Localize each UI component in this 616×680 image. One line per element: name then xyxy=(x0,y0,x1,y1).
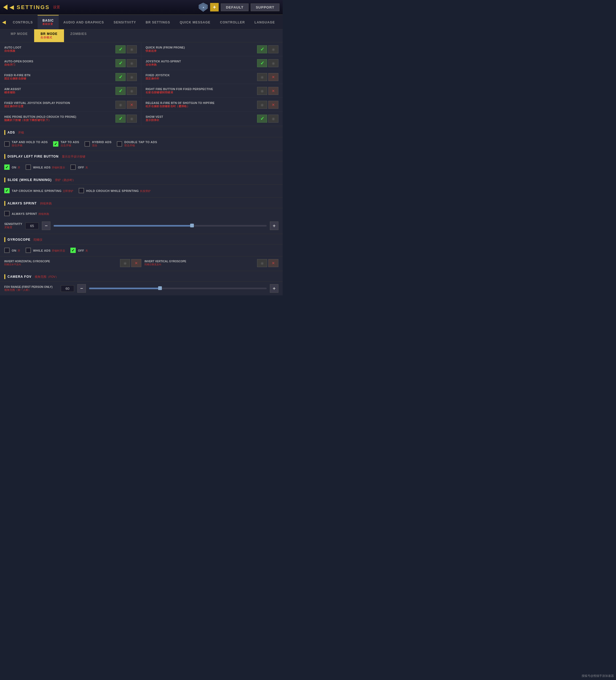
ads-double[interactable]: DOUBLE TAP TO ADS 双击开镜 xyxy=(117,140,157,147)
ads-tap-hold-checkbox[interactable] xyxy=(4,141,9,147)
tab-br[interactable]: BR SETTINGS xyxy=(141,17,175,27)
subtab-br[interactable]: BR MODE 生存模式 xyxy=(34,29,64,42)
invert-h-x[interactable]: ✕ xyxy=(131,259,141,267)
tab-lega[interactable]: LEGA xyxy=(280,17,283,27)
plus-button[interactable]: + xyxy=(210,3,219,11)
always-sprint-option[interactable]: ALWAYS SPRINT 持续奔跑 xyxy=(4,211,49,216)
aim-assist-check[interactable]: ✓ xyxy=(115,87,125,95)
fire-section-bar xyxy=(4,154,5,159)
right-fire-x[interactable]: ✕ xyxy=(268,87,278,95)
fov-minus[interactable]: − xyxy=(77,284,86,293)
tab-language[interactable]: LANGUAGE xyxy=(250,17,280,27)
joystick-sprint-check[interactable]: ✓ xyxy=(257,59,267,67)
invert-v-check[interactable]: ◉ xyxy=(257,259,267,267)
subtab-mp[interactable]: MP MODE xyxy=(4,29,34,42)
sensitivity-fill xyxy=(54,225,192,227)
invert-vertical: INVERT VERTICAL GYROSCOPE 陀螺仪垂直反向 ◉ ✕ xyxy=(141,259,278,267)
slide-tap[interactable]: TAP CROUCH WHILE SPRINTING 立即滑铲 xyxy=(4,188,73,193)
joystick-sprint-x[interactable]: ◉ xyxy=(268,59,278,67)
fire-on-checkbox[interactable] xyxy=(4,165,9,170)
ads-tap-hold[interactable]: TAP AND HOLD TO ADS 按住开镜 xyxy=(4,140,48,147)
sensitivity-thumb[interactable] xyxy=(190,224,194,227)
fixed-rfire-x[interactable]: ◉ xyxy=(127,73,137,81)
tab-controls[interactable]: CONTROLS xyxy=(8,17,37,27)
fixed-rfire-check[interactable]: ✓ xyxy=(115,73,125,81)
fixed-joystick-check[interactable]: ◉ xyxy=(257,73,267,81)
fire-options: ON 开 WHILE ADS 开镜时显示 OFF 关 xyxy=(0,161,283,173)
show-vest-x[interactable]: ◉ xyxy=(268,115,278,123)
default-button[interactable]: DEFAULT xyxy=(221,3,249,11)
settings-grid: AUTO LOOT 自动拣服 ✓ ◉ QUICK RUN (FROM PRONE… xyxy=(0,42,283,125)
header: ◀ SETTINGS 设置 ⬥ + DEFAULT SUPPORT xyxy=(0,0,283,15)
support-button[interactable]: SUPPORT xyxy=(251,3,279,11)
always-sprint-bar xyxy=(4,201,5,206)
always-sprint-row: ALWAYS SPRINT 持续奔跑 xyxy=(0,208,283,219)
auto-doors-check[interactable]: ✓ xyxy=(115,59,125,67)
slide-options: TAP CROUCH WHILE SPRINTING 立即滑铲 HOLD CRO… xyxy=(0,185,283,196)
setting-release-rfire: RELEASE R-FIRE BTN OF SHOTGUN TO HIPFIRE… xyxy=(141,98,283,112)
hide-prone-x[interactable]: ◉ xyxy=(127,115,137,123)
gyro-off-checkbox[interactable] xyxy=(71,248,76,253)
fire-on[interactable]: ON 开 xyxy=(4,165,20,170)
fire-while-ads-checkbox[interactable] xyxy=(26,165,31,170)
always-sprint-checkbox[interactable] xyxy=(4,211,9,216)
release-rfire-check[interactable]: ◉ xyxy=(257,101,267,109)
gyro-while-ads-checkbox[interactable] xyxy=(26,248,31,253)
always-sprint-header: ALWAYS SPRINT 持续奔跑 xyxy=(0,198,283,208)
sensitivity-slider[interactable] xyxy=(54,225,267,227)
tab-audio[interactable]: AUDIO AND GRAPHICS xyxy=(59,17,109,27)
back-arrow-icon xyxy=(3,4,7,10)
aim-assist-x[interactable]: ◉ xyxy=(127,87,137,95)
slide-tap-checkbox[interactable] xyxy=(4,188,9,193)
quick-run-check[interactable]: ✓ xyxy=(257,45,267,53)
tab-controller[interactable]: CONTROLLER xyxy=(215,17,250,27)
ads-tap-checkbox[interactable] xyxy=(53,141,58,147)
auto-loot-x[interactable]: ◉ xyxy=(127,45,137,53)
slide-hold[interactable]: HOLD CROUCH WHILE SPRINTING 长按滑铲 xyxy=(79,188,151,193)
tab-sensitivity[interactable]: SENSITIVITY xyxy=(109,17,141,27)
ads-hybrid-checkbox[interactable] xyxy=(85,141,90,147)
release-rfire-x[interactable]: ✕ xyxy=(268,101,278,109)
quick-run-x[interactable]: ◉ xyxy=(268,45,278,53)
right-fire-check[interactable]: ◉ xyxy=(257,87,267,95)
setting-hide-prone: HIDE PRONE BUTTON (HOLD CROUCH TO PRONE)… xyxy=(0,112,141,125)
invert-h-check[interactable]: ◉ xyxy=(120,259,130,267)
nav-left-arrow[interactable]: ◀ xyxy=(0,19,8,25)
joystick-pos-x[interactable]: ✕ xyxy=(127,101,137,109)
fov-plus[interactable]: + xyxy=(270,284,278,293)
sensitivity-minus[interactable]: − xyxy=(42,222,50,230)
ads-section-header: ADS 开镜 xyxy=(0,126,283,137)
fov-value: 60 xyxy=(61,285,74,292)
gyro-section-bar xyxy=(4,237,5,242)
setting-fixed-joystick: FIXED JOYSTICK 固定操作杆 ◉ ✕ xyxy=(141,70,283,84)
sensitivity-plus[interactable]: + xyxy=(270,222,278,230)
ads-double-checkbox[interactable] xyxy=(117,141,122,147)
fire-while-ads[interactable]: WHILE ADS 开镜时显示 xyxy=(26,165,65,170)
fov-slider[interactable] xyxy=(89,288,267,289)
setting-joystick-pos: FIXED VIRTUAL JOYSTICK DISPLAY POSITION … xyxy=(0,98,141,112)
tab-quick[interactable]: QUICK MESSAGE xyxy=(175,17,215,27)
sensitivity-row: SENSITIVITY 灵敏度 65 − + xyxy=(0,219,283,233)
gyro-on-checkbox[interactable] xyxy=(4,248,9,253)
joystick-pos-check[interactable]: ◉ xyxy=(115,101,125,109)
subtab-zombies[interactable]: ZOMBIES xyxy=(64,29,93,42)
fixed-joystick-x[interactable]: ✕ xyxy=(268,73,278,81)
slide-hold-checkbox[interactable] xyxy=(79,188,84,193)
auto-loot-check[interactable]: ✓ xyxy=(115,45,125,53)
back-button[interactable]: ◀ SETTINGS xyxy=(3,4,52,10)
fire-off[interactable]: OFF 关 xyxy=(71,165,88,170)
fire-off-checkbox[interactable] xyxy=(71,165,76,170)
ads-section-bar xyxy=(4,130,5,135)
invert-row: INVERT HORIZONTAL GYROSCOPE 陀螺仪水平反向 ◉ ✕ … xyxy=(0,256,283,270)
ads-hybrid[interactable]: HYBRID ADS 混合 xyxy=(85,140,111,147)
gyro-on[interactable]: ON 开 xyxy=(4,248,20,253)
tab-basic[interactable]: BASIC 基础设置 xyxy=(37,15,58,29)
hide-prone-check[interactable]: ✓ xyxy=(115,115,125,123)
show-vest-check[interactable]: ✓ xyxy=(257,115,267,123)
ads-tap[interactable]: TAP TO ADS 点击开镜 xyxy=(53,140,79,147)
fov-thumb[interactable] xyxy=(158,286,162,290)
invert-v-x[interactable]: ✕ xyxy=(268,259,278,267)
auto-doors-x[interactable]: ◉ xyxy=(127,59,137,67)
gyro-off[interactable]: OFF 关 xyxy=(71,248,88,253)
gyro-while-ads[interactable]: WHILE ADS 开镜时开启 xyxy=(26,248,65,253)
